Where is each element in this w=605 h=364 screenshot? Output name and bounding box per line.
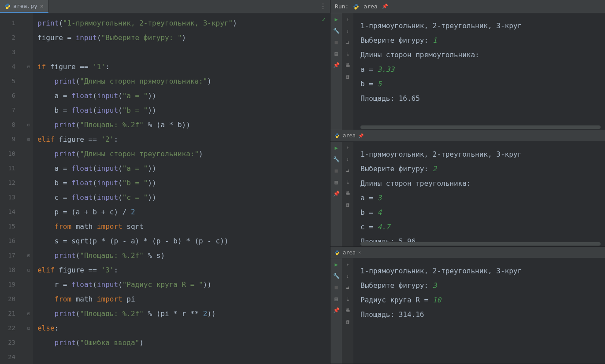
pin-icon[interactable]: 📌: [333, 307, 340, 314]
run-toolbar-inner: ↑↓⇄⤓🖶🗑: [342, 142, 353, 247]
up-icon[interactable]: ↑: [344, 144, 351, 151]
print-icon[interactable]: 🖶: [344, 190, 351, 197]
stop-icon[interactable]: ■: [333, 39, 340, 46]
fold-marker: [24, 350, 33, 364]
run-toolbar-inner: ↑↓⇄⤓🖶🗑: [342, 13, 353, 130]
clear-icon[interactable]: 🗑: [344, 318, 351, 325]
run-panel: area📌▶🔧■▤📌↑↓⇄⤓🖶🗑1-прямоугольник, 2-треуг…: [330, 130, 605, 247]
fold-marker: [24, 45, 33, 59]
run-panel: ▶🔧■▤📌↑↓⇄⤓🖶🗑1-прямоугольник, 2-треугольни…: [330, 13, 605, 130]
tab-filename: area.py: [13, 3, 37, 9]
run-panel-tab[interactable]: area×: [330, 247, 605, 258]
fold-marker[interactable]: ⊟: [24, 263, 33, 277]
run-panels: ▶🔧■▤📌↑↓⇄⤓🖶🗑1-прямоугольник, 2-треугольни…: [330, 13, 605, 364]
close-icon[interactable]: ×: [358, 250, 361, 255]
console-output[interactable]: 1-прямоугольник, 2-треугольник, 3-кругВы…: [353, 142, 605, 247]
down-icon[interactable]: ↓: [344, 27, 351, 34]
more-icon[interactable]: ⋮: [319, 2, 327, 11]
run-header: Run: area 📌: [330, 0, 605, 13]
horizontal-scrollbar[interactable]: [360, 242, 601, 246]
down-icon[interactable]: ↓: [344, 272, 351, 279]
fold-marker: [24, 88, 33, 103]
settings-icon[interactable]: 🔧: [333, 272, 340, 279]
fold-marker: [24, 234, 33, 248]
tab-close-icon[interactable]: ×: [40, 3, 44, 9]
layout-icon[interactable]: ▤: [333, 50, 340, 57]
fold-marker: [24, 30, 33, 45]
soft-wrap-icon[interactable]: ⇄: [344, 284, 351, 291]
run-panel-tab[interactable]: area📌: [330, 130, 605, 142]
fold-column: ⊟ ⊡⊟ ⊡⊟ ⊡⊟: [24, 13, 33, 364]
run-panel: area×▶🔧■▤📌↑↓⇄⤓🖶🗑1-прямоугольник, 2-треуг…: [330, 247, 605, 364]
up-icon[interactable]: ↑: [344, 16, 351, 23]
fold-marker[interactable]: ⊟: [24, 59, 33, 74]
fold-marker[interactable]: ⊡: [24, 306, 33, 321]
fold-marker[interactable]: ⊟: [24, 132, 33, 147]
fold-marker: [24, 161, 33, 176]
inspection-ok-icon: ✓: [322, 16, 326, 23]
fold-marker[interactable]: ⊡: [24, 118, 33, 132]
console-output[interactable]: 1-прямоугольник, 2-треугольник, 3-кругВы…: [353, 258, 605, 364]
scroll-to-end-icon[interactable]: ⤓: [344, 50, 351, 57]
fold-marker: [24, 190, 33, 205]
fold-marker: [24, 147, 33, 161]
pin-icon[interactable]: 📌: [358, 133, 364, 138]
run-label: Run:: [335, 3, 349, 10]
fold-marker: [24, 292, 33, 306]
run-toolbar-left: ▶🔧■▤📌: [330, 13, 342, 130]
run-toolbar-left: ▶🔧■▤📌: [330, 258, 342, 364]
python-file-icon: [4, 3, 11, 9]
settings-icon[interactable]: 🔧: [333, 27, 340, 34]
console-output[interactable]: 1-прямоугольник, 2-треугольник, 3-кругВы…: [353, 13, 605, 130]
fold-marker: [24, 16, 33, 30]
fold-marker: [24, 219, 33, 234]
clear-icon[interactable]: 🗑: [344, 202, 351, 209]
run-tool-window: Run: area 📌 ▶🔧■▤📌↑↓⇄⤓🖶🗑1-прямоугольник, …: [330, 0, 605, 364]
up-icon[interactable]: ↑: [344, 261, 351, 268]
print-icon[interactable]: 🖶: [344, 307, 351, 314]
run-config-name: area: [364, 3, 377, 10]
rerun-icon[interactable]: ▶: [333, 261, 340, 268]
stop-icon[interactable]: ■: [333, 167, 340, 174]
python-config-icon: [334, 250, 340, 256]
horizontal-scrollbar[interactable]: [360, 125, 601, 129]
clear-icon[interactable]: 🗑: [344, 73, 351, 80]
layout-icon[interactable]: ▤: [333, 179, 340, 186]
print-icon[interactable]: 🖶: [344, 62, 351, 69]
fold-marker: [24, 103, 33, 118]
editor-body[interactable]: 123456789101112131415161718192021222324 …: [0, 13, 330, 364]
fold-marker[interactable]: ⊡: [24, 248, 33, 263]
pin-icon[interactable]: 📌: [333, 190, 340, 197]
run-toolbar-inner: ↑↓⇄⤓🖶🗑: [342, 258, 353, 364]
soft-wrap-icon[interactable]: ⇄: [344, 167, 351, 174]
editor-tab[interactable]: area.py ×: [0, 0, 48, 13]
tab-bar-filler: ⋮: [48, 0, 330, 13]
editor-pane: area.py × ⋮ 1234567891011121314151617181…: [0, 0, 330, 364]
fold-marker: [24, 335, 33, 350]
line-number-gutter: 123456789101112131415161718192021222324: [0, 13, 24, 364]
fold-marker[interactable]: ⊟: [24, 321, 33, 335]
pin-icon[interactable]: 📌: [382, 4, 388, 9]
down-icon[interactable]: ↓: [344, 156, 351, 163]
scroll-to-end-icon[interactable]: ⤓: [344, 179, 351, 186]
run-panel-name: area: [343, 132, 356, 139]
layout-icon[interactable]: ▤: [333, 295, 340, 302]
pin-icon[interactable]: 📌: [333, 62, 340, 69]
soft-wrap-icon[interactable]: ⇄: [344, 39, 351, 46]
rerun-icon[interactable]: ▶: [333, 16, 340, 23]
fold-marker: [24, 205, 33, 219]
run-toolbar-left: ▶🔧■▤📌: [330, 142, 342, 247]
rerun-icon[interactable]: ▶: [333, 144, 340, 151]
fold-marker: [24, 277, 33, 292]
stop-icon[interactable]: ■: [333, 284, 340, 291]
settings-icon[interactable]: 🔧: [333, 156, 340, 163]
scroll-to-end-icon[interactable]: ⤓: [344, 295, 351, 302]
run-panel-name: area: [343, 250, 356, 256]
python-config-icon: [334, 132, 340, 139]
fold-marker: [24, 176, 33, 190]
editor-tab-bar: area.py × ⋮: [0, 0, 330, 13]
fold-marker: [24, 74, 33, 88]
code-area[interactable]: print("1-прямоугольник, 2-треугольник, 3…: [33, 13, 330, 364]
python-config-icon: [353, 4, 359, 10]
